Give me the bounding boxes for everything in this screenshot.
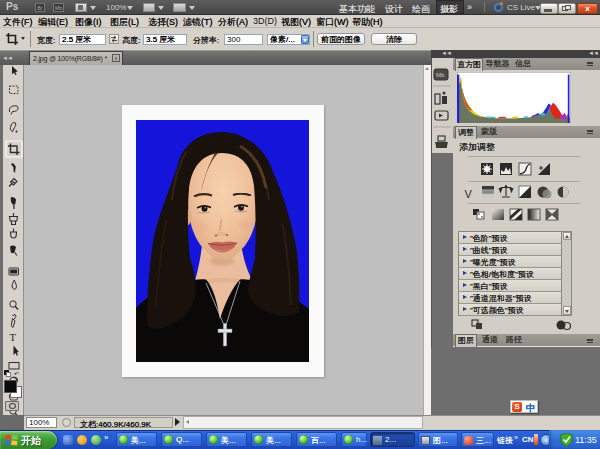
svg-text:Mb: Mb xyxy=(436,72,445,78)
svg-text:V: V xyxy=(465,188,473,200)
svg-text:T: T xyxy=(10,332,17,343)
